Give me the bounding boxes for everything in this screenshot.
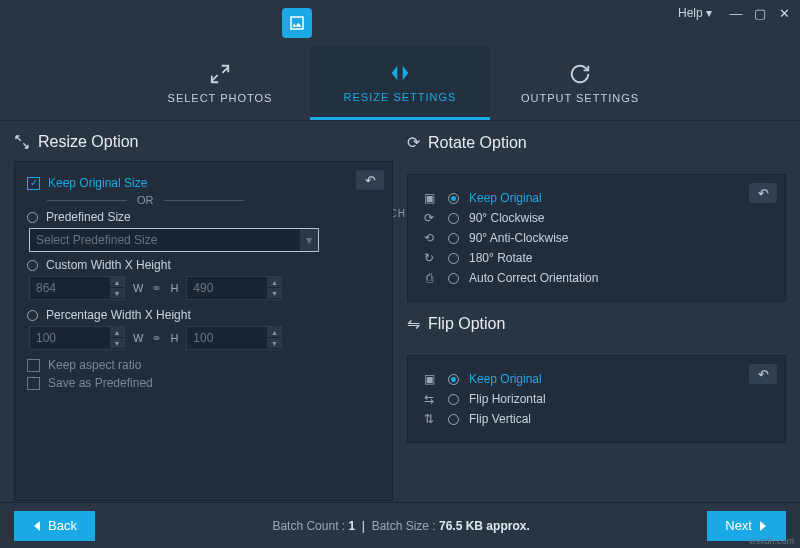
expand-icon [209, 62, 231, 86]
keep-original-size-row[interactable]: Keep Original Size [27, 176, 380, 190]
label: Custom Width X Height [46, 258, 171, 272]
label: Save as Predefined [48, 376, 153, 390]
rotate-cw-icon: ⟳ [420, 211, 438, 225]
label: Auto Correct Orientation [469, 271, 598, 285]
chevron-down-icon: ▾ [706, 6, 712, 20]
chevron-down-icon: ▾ [300, 229, 318, 251]
label: Flip Horizontal [469, 392, 546, 406]
link-icon[interactable]: ⚭ [151, 331, 162, 346]
expand-diag-icon [14, 134, 30, 150]
rotate-90cw-row[interactable]: ⟳90° Clockwise [420, 211, 773, 225]
predefined-size-select[interactable]: Select Predefined Size ▾ [29, 228, 319, 252]
rotate-90acw-radio[interactable] [448, 233, 459, 244]
flip-h-icon: ⇆ [420, 392, 438, 406]
custom-wh-radio[interactable] [27, 260, 38, 271]
label: Predefined Size [46, 210, 131, 224]
flip-panel: ↶ ▣Keep Original ⇆Flip Horizontal ⇅Flip … [407, 355, 786, 443]
h-label: H [170, 332, 178, 344]
rotate-acw-icon: ⟲ [420, 231, 438, 245]
minimize-button[interactable]: — [726, 4, 746, 22]
label: 90° Anti-Clockwise [469, 231, 569, 245]
maximize-button[interactable]: ▢ [750, 4, 770, 22]
watermark: wsxdn.com [749, 536, 794, 546]
flip-v-icon: ⇅ [420, 412, 438, 426]
percent-wh-row[interactable]: Percentage Width X Height [27, 308, 380, 322]
gear-refresh-icon [569, 62, 591, 86]
close-button[interactable]: ✕ [774, 4, 794, 22]
image-icon: ▣ [420, 191, 438, 205]
save-predefined-row[interactable]: Save as Predefined [27, 376, 380, 390]
image-icon: ▣ [420, 372, 438, 386]
flip-section-title: ⇋ Flip Option [407, 314, 786, 333]
or-separator: OR [47, 194, 380, 206]
back-button[interactable]: Back [14, 511, 95, 541]
label: 180° Rotate [469, 251, 533, 265]
keep-original-size-checkbox[interactable] [27, 177, 40, 190]
flip-icon: ⇋ [407, 314, 420, 333]
predefined-size-radio[interactable] [27, 212, 38, 223]
flip-horiz-row[interactable]: ⇆Flip Horizontal [420, 392, 773, 406]
titlebar: IMAGE RESIZER RESIZE BATCH OF PHOTOS Hel… [0, 0, 800, 46]
percent-width-input[interactable]: 100▲▼ [29, 326, 125, 350]
auto-orient-icon: ⎙ [420, 271, 438, 285]
placeholder: Select Predefined Size [36, 233, 157, 247]
reset-flip-button[interactable]: ↶ [749, 364, 777, 384]
link-icon[interactable]: ⚭ [151, 281, 162, 296]
rotate-auto-row[interactable]: ⎙Auto Correct Orientation [420, 271, 773, 285]
predefined-size-row[interactable]: Predefined Size [27, 210, 380, 224]
keep-aspect-row[interactable]: Keep aspect ratio [27, 358, 380, 372]
tab-label: SELECT PHOTOS [168, 92, 273, 104]
rotate-180-radio[interactable] [448, 253, 459, 264]
tab-label: OUTPUT SETTINGS [521, 92, 639, 104]
rotate-auto-radio[interactable] [448, 273, 459, 284]
tab-select-photos[interactable]: SELECT PHOTOS [130, 46, 310, 120]
footer: Back Batch Count : 1 | Batch Size : 76.5… [0, 502, 800, 548]
custom-height-input[interactable]: 490▲▼ [186, 276, 282, 300]
label: 90° Clockwise [469, 211, 545, 225]
rotate-90acw-row[interactable]: ⟲90° Anti-Clockwise [420, 231, 773, 245]
flip-vert-row[interactable]: ⇅Flip Vertical [420, 412, 773, 426]
label: Keep aspect ratio [48, 358, 141, 372]
keep-aspect-checkbox[interactable] [27, 359, 40, 372]
status-text: Batch Count : 1 | Batch Size : 76.5 KB a… [272, 519, 529, 533]
label: Keep Original Size [48, 176, 147, 190]
reset-rotate-button[interactable]: ↶ [749, 183, 777, 203]
label: Percentage Width X Height [46, 308, 191, 322]
w-label: W [133, 282, 143, 294]
help-menu[interactable]: Help ▾ [678, 6, 712, 20]
rotate-panel: ↶ ▣Keep Original ⟳90° Clockwise ⟲90° Ant… [407, 174, 786, 302]
label: Flip Vertical [469, 412, 531, 426]
rotate-90cw-radio[interactable] [448, 213, 459, 224]
flip-keep-radio[interactable] [448, 374, 459, 385]
w-label: W [133, 332, 143, 344]
flip-horiz-radio[interactable] [448, 394, 459, 405]
label: Keep Original [469, 372, 542, 386]
h-label: H [170, 282, 178, 294]
custom-wh-row[interactable]: Custom Width X Height [27, 258, 380, 272]
percent-wh-radio[interactable] [27, 310, 38, 321]
rotate-keep-row[interactable]: ▣Keep Original [420, 191, 773, 205]
percent-height-input[interactable]: 100▲▼ [186, 326, 282, 350]
flip-vert-radio[interactable] [448, 414, 459, 425]
save-predefined-checkbox[interactable] [27, 377, 40, 390]
rotate-180-row[interactable]: ↻180° Rotate [420, 251, 773, 265]
label: Keep Original [469, 191, 542, 205]
reset-resize-button[interactable]: ↶ [356, 170, 384, 190]
rotate-180-icon: ↻ [420, 251, 438, 265]
resize-panel: ↶ Keep Original Size OR Predefined Size … [14, 161, 393, 501]
custom-width-input[interactable]: 864▲▼ [29, 276, 125, 300]
rotate-keep-radio[interactable] [448, 193, 459, 204]
app-logo [282, 8, 312, 38]
flip-keep-row[interactable]: ▣Keep Original [420, 372, 773, 386]
